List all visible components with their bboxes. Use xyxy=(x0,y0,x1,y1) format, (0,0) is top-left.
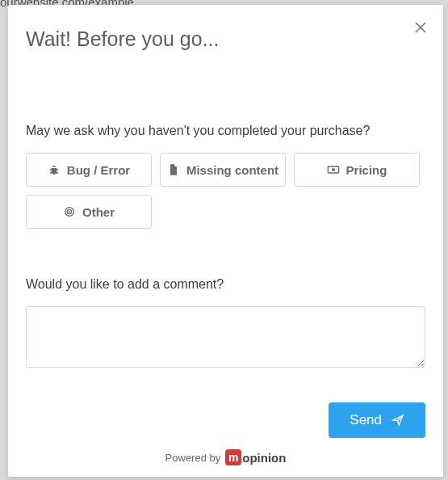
paper-plane-icon xyxy=(391,414,404,427)
option-label: Bug / Error xyxy=(67,163,130,177)
option-other[interactable]: Other xyxy=(26,195,152,229)
option-missing-content[interactable]: Missing content xyxy=(160,153,286,187)
option-label: Other xyxy=(82,205,115,219)
money-icon xyxy=(327,163,340,176)
brand-logo[interactable]: mopinion xyxy=(225,449,286,465)
question-reason: May we ask why you haven't you completed… xyxy=(26,124,425,138)
svg-point-4 xyxy=(69,211,70,213)
send-label: Send xyxy=(350,412,382,428)
target-icon xyxy=(63,205,76,218)
reason-options: Bug / Error Missing content Pricing Othe… xyxy=(26,153,425,229)
comment-textarea[interactable] xyxy=(26,306,425,368)
close-button[interactable] xyxy=(409,16,432,39)
file-icon xyxy=(167,163,180,176)
bug-icon xyxy=(48,163,61,176)
powered-by: Powered by mopinion xyxy=(26,449,425,465)
close-icon xyxy=(413,20,428,35)
powered-by-label: Powered by xyxy=(165,452,221,464)
question-comment: Would you like to add a comment? xyxy=(26,277,425,292)
option-bug-error[interactable]: Bug / Error xyxy=(26,153,152,187)
option-label: Missing content xyxy=(186,163,278,177)
exit-intent-modal: Wait! Before you go... May we ask why yo… xyxy=(8,5,443,477)
send-button[interactable]: Send xyxy=(329,402,425,438)
svg-point-1 xyxy=(332,168,335,171)
modal-footer: Send xyxy=(26,370,425,438)
option-label: Pricing xyxy=(346,163,387,177)
brand-m-icon: m xyxy=(225,449,241,465)
brand-name: opinion xyxy=(242,451,286,465)
option-pricing[interactable]: Pricing xyxy=(294,153,420,187)
modal-title: Wait! Before you go... xyxy=(26,27,425,51)
